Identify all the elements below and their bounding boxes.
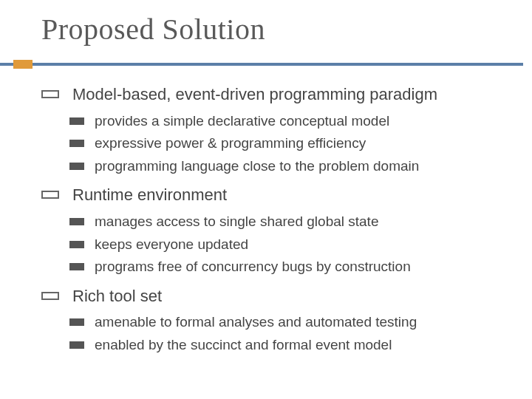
list-item: Model-based, event-driven programming pa…: [41, 83, 502, 177]
list-item-label: Rich tool set: [72, 285, 162, 308]
title-rule-line: [0, 63, 523, 66]
sub-list-item: programs free of concurrency bugs by con…: [69, 256, 502, 278]
sub-list-item-label: amenable to formal analyses and automate…: [95, 312, 417, 333]
sub-list-item: enabled by the succinct and formal event…: [69, 335, 502, 356]
sub-list-item-label: manages access to single shared global s…: [95, 211, 378, 233]
sub-list-item-label: programs free of concurrency bugs by con…: [95, 256, 411, 278]
slide-title: Proposed Solution: [0, 12, 532, 47]
sub-list: amenable to formal analyses and automate…: [41, 312, 502, 355]
list-item-label: Model-based, event-driven programming pa…: [72, 83, 437, 106]
list-item-label: Runtime environment: [72, 184, 227, 207]
sub-list: provides a simple declarative conceptual…: [41, 111, 502, 177]
sub-list-item: amenable to formal analyses and automate…: [69, 312, 502, 333]
filled-square-bullet-icon: [69, 341, 84, 349]
filled-square-bullet-icon: [69, 263, 84, 270]
sub-list-item-label: provides a simple declarative conceptual…: [95, 111, 389, 132]
list-item-row: Rich tool set: [41, 285, 502, 308]
filled-square-bullet-icon: [69, 218, 84, 225]
list-item-row: Runtime environment: [41, 184, 502, 207]
sub-list: manages access to single shared global s…: [41, 211, 502, 278]
filled-square-bullet-icon: [69, 241, 84, 248]
sub-list-item-label: expressive power & programming efficienc…: [95, 133, 366, 154]
list-item: Runtime environment manages access to si…: [41, 184, 502, 277]
slide: Proposed Solution Model-based, event-dri…: [0, 0, 532, 399]
sub-list-item: provides a simple declarative conceptual…: [69, 111, 502, 132]
title-rule: [0, 60, 532, 69]
sub-list-item: programming language close to the proble…: [69, 156, 502, 177]
slide-content: Model-based, event-driven programming pa…: [0, 83, 532, 355]
sub-list-item-label: keeps everyone updated: [95, 234, 248, 256]
filled-square-bullet-icon: [69, 140, 84, 147]
sub-list-item: expressive power & programming efficienc…: [69, 133, 502, 154]
square-bullet-icon: [41, 191, 59, 199]
square-bullet-icon: [41, 292, 59, 300]
sub-list-item: manages access to single shared global s…: [69, 211, 502, 233]
title-rule-accent: [13, 60, 33, 69]
list-item: Rich tool set amenable to formal analyse…: [41, 285, 502, 356]
sub-list-item: keeps everyone updated: [69, 234, 502, 256]
sub-list-item-label: enabled by the succinct and formal event…: [95, 335, 392, 356]
filled-square-bullet-icon: [69, 117, 84, 125]
filled-square-bullet-icon: [69, 163, 84, 170]
list-item-row: Model-based, event-driven programming pa…: [41, 83, 502, 106]
square-bullet-icon: [41, 90, 59, 98]
filled-square-bullet-icon: [69, 318, 84, 326]
sub-list-item-label: programming language close to the proble…: [95, 156, 419, 177]
